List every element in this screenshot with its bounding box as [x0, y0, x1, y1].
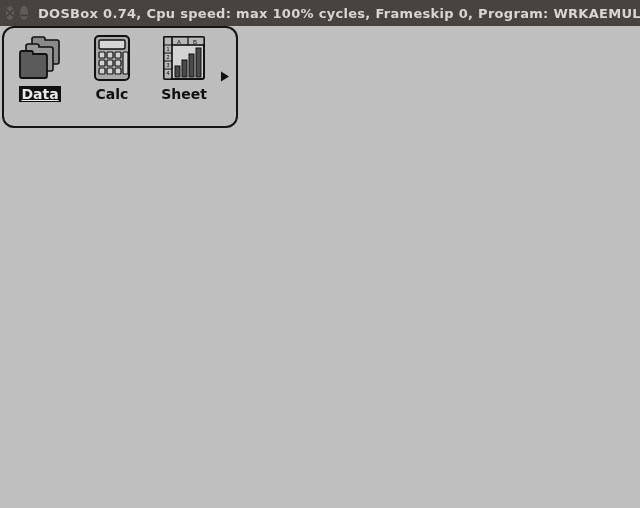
svg-rect-14: [123, 52, 128, 74]
svg-rect-10: [115, 60, 121, 66]
svg-rect-9: [107, 60, 113, 66]
svg-rect-6: [107, 52, 113, 58]
svg-rect-33: [196, 48, 201, 77]
svg-text:1: 1: [167, 46, 170, 52]
svg-text:4: 4: [167, 70, 170, 76]
app-launcher-panel: Data: [2, 26, 238, 128]
svg-text:A: A: [177, 39, 181, 45]
close-window-button[interactable]: [6, 6, 14, 20]
svg-rect-5: [99, 52, 105, 58]
svg-rect-12: [107, 68, 113, 74]
app-sheet[interactable]: A B 1 2 3 4 Sheet: [156, 34, 212, 102]
svg-text:B: B: [193, 39, 197, 45]
svg-rect-30: [175, 66, 180, 77]
svg-rect-31: [182, 60, 187, 77]
svg-rect-13: [115, 68, 121, 74]
app-data[interactable]: Data: [12, 34, 68, 102]
app-calc-label: Calc: [94, 86, 131, 102]
folders-icon: [17, 34, 63, 82]
spreadsheet-icon: A B 1 2 3 4: [161, 34, 207, 82]
svg-marker-34: [221, 72, 229, 82]
minimize-window-button[interactable]: [20, 6, 28, 20]
app-sheet-label: Sheet: [159, 86, 209, 102]
svg-rect-8: [99, 60, 105, 66]
calculator-icon: [89, 34, 135, 82]
scroll-right-arrow[interactable]: [220, 68, 230, 87]
app-data-label: Data: [19, 86, 60, 102]
window-titlebar: DOSBox 0.74, Cpu speed: max 100% cycles,…: [0, 0, 640, 26]
window-title: DOSBox 0.74, Cpu speed: max 100% cycles,…: [38, 6, 640, 21]
svg-rect-4: [99, 40, 125, 49]
svg-rect-11: [99, 68, 105, 74]
svg-text:2: 2: [167, 54, 170, 60]
svg-text:3: 3: [167, 62, 170, 68]
svg-rect-7: [115, 52, 121, 58]
emulator-desktop: Data: [0, 26, 640, 508]
svg-rect-32: [189, 54, 194, 77]
app-calc[interactable]: Calc: [84, 34, 140, 102]
